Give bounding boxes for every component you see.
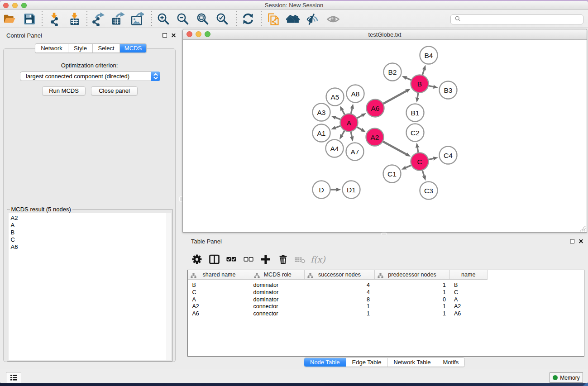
import-table-icon[interactable] [67,11,83,27]
export-table-icon[interactable] [110,11,126,27]
mcds-result-item[interactable]: B [9,229,171,236]
zoom-out-icon[interactable] [175,11,191,27]
graph-edge-C-C1[interactable] [405,165,411,168]
delete-table-icon[interactable] [292,253,309,266]
save-icon[interactable] [21,11,38,27]
graph-edge-C-C4[interactable] [429,158,435,159]
graph-edge-A-A7[interactable] [351,131,352,138]
clone-network-icon[interactable] [265,11,282,27]
mcds-result-item[interactable]: A2 [9,214,171,222]
tab-mcds[interactable]: MCDS [120,44,146,52]
graph-edge-C-C2[interactable] [417,146,418,152]
table-panel-close-icon[interactable] [578,238,583,243]
deselect-all-checkboxes-icon[interactable] [240,253,257,266]
graph-edge-C-C3[interactable] [422,170,425,177]
export-image-icon[interactable] [129,11,145,27]
graph-edge-A-A4[interactable] [341,130,344,136]
function-builder-button[interactable]: f(x) [309,254,325,264]
column-header-name[interactable]: name [450,270,488,279]
mcds-result-item[interactable]: A6 [9,243,171,251]
toolbar-separator [236,11,237,27]
graph-node-label-C3: C3 [424,186,433,194]
graph-edge-A-A8[interactable] [351,107,352,114]
table-cell: 4 [305,282,375,289]
column-header-MCDS-role[interactable]: MCDS role [251,270,305,279]
table-cell: dominator [251,282,305,289]
table-row[interactable]: A6connector11A6 [188,310,584,318]
import-network-icon[interactable] [47,11,63,27]
show-all-icon[interactable] [325,11,341,27]
network-graph-canvas[interactable]: B4B2BB3A8A5A6A3B1AA1C2A2A4A7C4CC1C3DD1 [183,40,587,233]
search-input[interactable] [461,16,583,23]
tab-style[interactable]: Style [68,44,93,52]
app-titlebar: Session: New Session [0,1,588,10]
tab-network[interactable]: Network [35,44,68,52]
graph-edge-A2-C[interactable] [383,141,407,155]
tab-node-table[interactable]: Node Table [304,358,346,367]
graph-edge-A-A3[interactable] [335,117,340,119]
mcds-result-list[interactable]: A2ABCA6 [9,213,171,360]
refresh-icon[interactable] [240,11,256,27]
mcds-result-groupbox: MCDS result (5 nodes) A2ABCA6 [7,209,173,362]
control-panel-tabs: NetworkStyleSelectMCDS [35,43,147,53]
memory-button[interactable]: Memory [550,372,583,383]
control-panel-close-icon[interactable] [171,33,176,38]
tab-motifs[interactable]: Motifs [437,358,465,367]
zoom-fit-icon[interactable] [195,11,211,27]
tab-network-table[interactable]: Network Table [387,358,437,367]
criterion-dropdown[interactable]: largest connected component (directed) [20,71,160,81]
table-row[interactable]: Bdominator41B [188,282,584,289]
table-cell: B [188,282,251,289]
split-column-icon[interactable] [206,253,223,266]
control-panel-float-icon[interactable] [163,33,167,38]
table-row[interactable]: Adominator80A [188,296,584,304]
graph-edge-B-B4[interactable] [422,68,425,75]
zoom-selected-icon[interactable] [214,11,230,27]
column-header-successor-nodes[interactable]: successor nodes [305,270,375,279]
graph-edge-A-A5[interactable] [342,109,345,114]
tab-select[interactable]: Select [93,44,120,52]
mcds-result-item[interactable]: C [9,236,171,243]
plus-icon[interactable] [257,253,274,266]
gear-icon[interactable] [188,253,206,266]
column-header-shared-name[interactable]: shared name [188,270,251,279]
result-list-scrollbar[interactable] [167,213,171,360]
column-header-predecessor-nodes[interactable]: predecessor nodes [375,270,450,279]
zoom-in-icon[interactable] [155,11,172,27]
table-cell: dominator [251,296,305,304]
select-all-checkboxes-icon[interactable] [223,253,240,266]
home-icon[interactable] [285,11,301,27]
graph-node-label-D: D [319,186,324,193]
search-box[interactable] [450,14,583,24]
graph-edge-B-B1[interactable] [417,92,418,98]
status-menu-button[interactable] [6,372,21,383]
mcds-result-item[interactable]: A [9,222,171,229]
table-row[interactable]: A2connector11A2 [188,303,584,310]
table-panel-tabs: Node TableEdge TableNetwork TableMotifs [304,357,465,367]
graph-edge-A6-B[interactable] [383,91,407,104]
dropdown-stepper-icon[interactable] [151,71,160,81]
graph-edge-A-A2[interactable] [357,127,362,130]
table-cell: 1 [375,303,450,310]
close-panel-button[interactable]: Close panel [91,86,138,95]
table-row[interactable]: Cdominator41C [188,289,584,296]
window-resize-grip-icon[interactable] [580,226,586,232]
graph-node-label-C2: C2 [411,129,420,136]
application-window: Session: New Session [0,1,588,383]
graph-node-label-B1: B1 [411,109,420,116]
graph-edge-A-A6[interactable] [357,115,363,118]
graph-edge-B-B2[interactable] [406,77,411,80]
toolbar-separator [151,11,152,27]
open-icon[interactable] [1,11,18,27]
tab-edge-table[interactable]: Edge Table [346,358,388,367]
table-panel-float-icon[interactable] [570,239,574,243]
hide-unselected-icon[interactable] [304,11,320,27]
optimization-criterion-label: Optimization criterion: [0,62,179,69]
graph-edge-B-B3[interactable] [429,86,435,87]
export-network-icon[interactable] [90,11,106,27]
run-mcds-button[interactable]: Run MCDS [42,86,86,95]
status-bar: Memory [0,369,588,383]
app-title: Session: New Session [0,1,588,10]
trash-icon[interactable] [274,253,292,266]
graph-edge-A-A1[interactable] [335,126,340,128]
